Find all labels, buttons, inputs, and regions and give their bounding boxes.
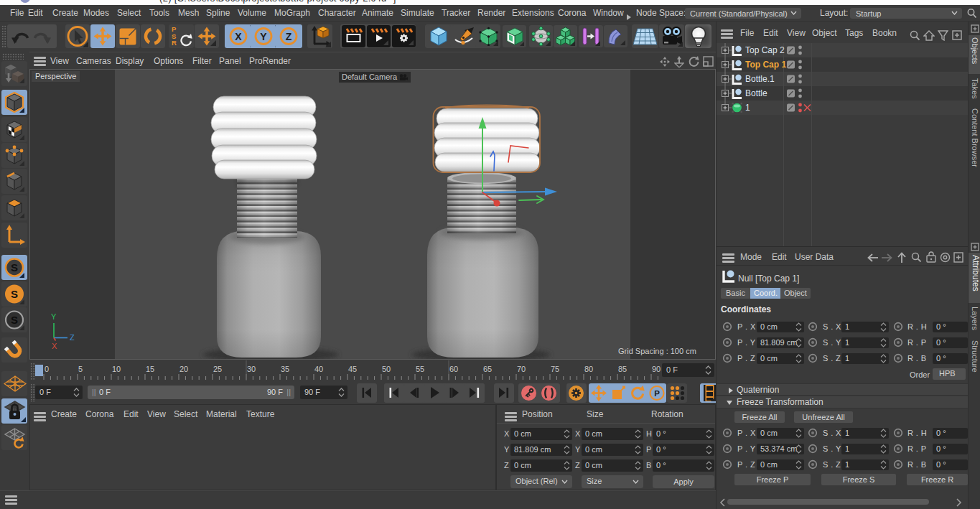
svg-text:P: P — [654, 389, 660, 398]
svg-text:S: S — [11, 261, 18, 274]
svg-text:30: 30 — [247, 365, 256, 373]
svg-text:Y: Y — [260, 31, 267, 42]
svg-text:45: 45 — [348, 365, 357, 373]
svg-text:10: 10 — [112, 365, 121, 373]
svg-text:Z: Z — [70, 333, 75, 342]
svg-text:5: 5 — [78, 365, 83, 373]
svg-text:85: 85 — [618, 365, 627, 373]
svg-text:X: X — [52, 342, 57, 350]
svg-text:80: 80 — [584, 365, 593, 373]
svg-text:S: S — [11, 314, 18, 326]
svg-text:S: S — [11, 288, 18, 300]
svg-text:15: 15 — [146, 365, 154, 373]
svg-text:65: 65 — [483, 365, 492, 373]
svg-text:25: 25 — [213, 365, 222, 373]
svg-text:55: 55 — [416, 365, 424, 373]
svg-text:70: 70 — [517, 365, 526, 373]
svg-text:20: 20 — [179, 365, 188, 373]
svg-text:50: 50 — [382, 365, 391, 373]
svg-text:60: 60 — [449, 365, 458, 373]
svg-text:Z: Z — [286, 31, 292, 42]
svg-text:Y: Y — [51, 312, 57, 321]
svg-text:75: 75 — [551, 365, 559, 373]
svg-text:40: 40 — [314, 365, 323, 373]
svg-text:0: 0 — [45, 365, 49, 373]
svg-text:35: 35 — [281, 365, 289, 373]
svg-text:90: 90 — [652, 365, 661, 373]
svg-text:X: X — [235, 31, 242, 42]
